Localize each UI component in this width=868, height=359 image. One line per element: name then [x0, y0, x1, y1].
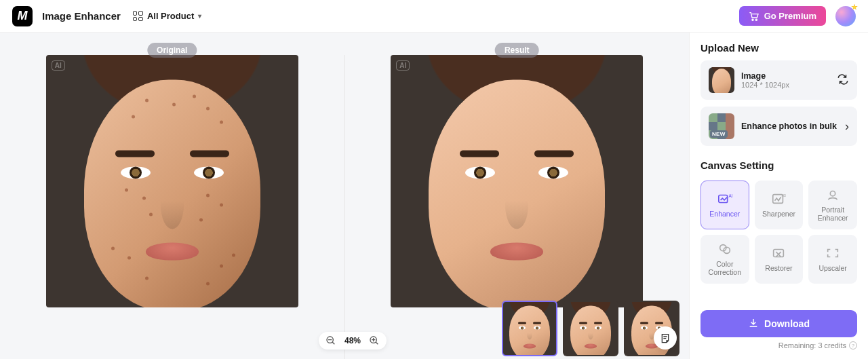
current-image-card[interactable]: Image 1024 * 1024px [701, 60, 857, 100]
zoom-level: 48% [344, 336, 361, 345]
swap-image-icon[interactable] [837, 73, 849, 88]
result-thumbnails [502, 301, 679, 356]
bulk-label: Enhance photos in bulk [741, 121, 838, 131]
download-icon [748, 318, 759, 330]
result-thumbnail[interactable] [502, 301, 557, 356]
notes-button[interactable] [654, 326, 677, 349]
chevron-down-icon: ▾ [198, 12, 201, 20]
svg-point-0 [752, 19, 753, 20]
tool-grid: AI Enhancer HD Sharpener [701, 181, 857, 284]
help-icon[interactable]: ? [849, 341, 857, 349]
tool-portrait-enhancer[interactable]: Portrait Enhancer [808, 181, 857, 229]
canvas-area: Original AI [0, 33, 689, 359]
bulk-enhance-card[interactable]: NEW Enhance photos in bulk › [701, 107, 857, 146]
tool-color-correction[interactable]: Color Correction [701, 235, 749, 284]
upload-title: Upload New [701, 42, 857, 54]
sidebar: Upload New Image 1024 * 1024px NEW [689, 33, 868, 359]
all-product-dropdown[interactable]: All Product ▾ [133, 11, 201, 21]
tool-label: Restorer [765, 264, 792, 272]
image-label: Image [741, 71, 830, 81]
result-panel: Result AI [345, 55, 690, 359]
svg-point-1 [755, 19, 757, 20]
canvas-setting-title: Canvas Setting [701, 159, 857, 171]
svg-text:AI: AI [728, 193, 732, 198]
go-premium-label: Go Premium [764, 11, 816, 21]
tool-label: Upscaler [818, 264, 846, 272]
svg-text:HD: HD [782, 194, 786, 197]
enhancer-icon: AI [717, 192, 732, 206]
original-panel: Original AI [0, 55, 345, 359]
tool-upscaler[interactable]: Upscaler [808, 235, 857, 284]
bulk-thumbnail: NEW [709, 113, 734, 139]
original-badge: Original [147, 43, 197, 58]
cart-icon [749, 12, 760, 21]
download-button[interactable]: Download [701, 310, 857, 337]
restorer-icon [771, 246, 786, 260]
all-product-label: All Product [147, 11, 194, 21]
tool-label: Portrait Enhancer [811, 206, 854, 222]
tool-label: Sharpener [762, 210, 795, 218]
zoom-in-button[interactable] [368, 334, 381, 347]
grid-icon [133, 11, 143, 21]
remaining-credits: Remaining: 3 credits ? [701, 341, 857, 349]
user-avatar[interactable] [835, 6, 856, 26]
go-premium-button[interactable]: Go Premium [739, 6, 826, 26]
sharpener-icon: HD [771, 192, 786, 206]
color-icon [717, 242, 732, 256]
chevron-right-icon: › [845, 119, 849, 134]
tool-restorer[interactable]: Restorer [755, 235, 804, 284]
svg-point-8 [830, 191, 835, 195]
tool-enhancer[interactable]: AI Enhancer [701, 181, 749, 229]
zoom-out-button[interactable] [324, 334, 338, 347]
result-badge: Result [495, 43, 539, 58]
new-tag: NEW [710, 130, 728, 138]
original-image[interactable]: AI [46, 55, 298, 307]
app-title: Image Enhancer [42, 10, 121, 22]
app-logo: M [12, 6, 33, 26]
result-image[interactable]: AI [391, 55, 643, 307]
portrait-icon [825, 188, 840, 202]
upscaler-icon [825, 246, 840, 260]
tool-sharpener[interactable]: HD Sharpener [755, 181, 804, 229]
tool-label: Color Correction [703, 260, 747, 276]
result-thumbnail[interactable] [563, 301, 618, 356]
image-thumbnail [709, 67, 734, 93]
download-label: Download [764, 318, 810, 329]
zoom-controls: 48% [319, 332, 387, 349]
app-header: M Image Enhancer All Product ▾ Go Premiu… [0, 0, 868, 33]
svg-rect-11 [774, 249, 784, 257]
tool-label: Enhancer [709, 210, 740, 218]
image-dimensions: 1024 * 1024px [741, 81, 830, 89]
